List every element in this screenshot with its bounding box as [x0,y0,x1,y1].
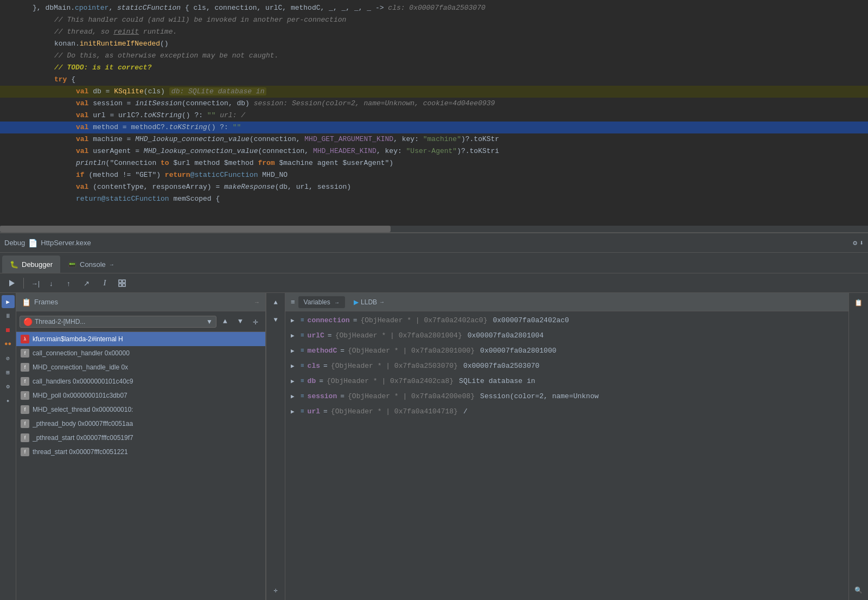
settings-button[interactable]: ⚙ ⬇ [853,239,864,247]
var-name-urlC: urlC [308,331,324,340]
svg-text:↗: ↗ [84,279,90,288]
var-item-session[interactable]: ▶ ≡ session = {ObjHeader * | 0x7fa0a4200… [285,388,848,404]
frame-item-3[interactable]: f call_handlers 0x0000000101c40c9 [16,374,265,388]
var-item-url[interactable]: ▶ ≡ url = {ObjHeader * | 0x7fa0a4104718}… [285,404,848,419]
var-expand-arrow-session[interactable]: ▶ [291,393,297,400]
sidebar-stop-icon[interactable]: ⏹ [2,323,15,336]
resume-button[interactable] [4,276,20,291]
thread-dropdown[interactable]: 🔴 Thread-2-[MHD... ▼ [20,316,216,328]
var-expand-arrow-connection[interactable]: ▶ [291,317,297,324]
var-eq-session: = [340,392,344,400]
frame-item-6[interactable]: f _pthread_body 0x00007fffc0051aa [16,417,265,431]
middle-scroll-down[interactable]: ▼ [268,312,283,328]
horizontal-scrollbar[interactable] [0,226,868,232]
debug-filename: HttpServer.kexe [41,239,91,247]
var-item-db[interactable]: ▶ ≡ db = {ObjHeader * | 0x7fa0a2402ca8} … [285,373,848,388]
evaluate-button[interactable]: I [97,276,112,291]
copy-button[interactable]: 📋 [851,295,866,310]
thread-add-button[interactable]: ✛ [249,315,262,328]
scrollbar-thumb[interactable] [0,226,391,232]
code-line-12: val machine = MHD_lookup_connection_valu… [0,133,868,145]
var-item-connection[interactable]: ▶ ≡ connection = {ObjHeader * | 0x7fa0a2… [285,312,848,328]
inspect-button[interactable]: 🔍 [851,583,866,598]
step-into-button[interactable]: ↓ [45,276,60,291]
svg-text:→|: →| [31,280,40,288]
code-scroll-container[interactable]: }, dbMain.cpointer, staticCFunction { cl… [0,0,868,207]
var-item-methodC[interactable]: ▶ ≡ methodC = {ObjHeader * | 0x7fa0a2801… [285,343,848,358]
frame-item-4[interactable]: f MHD_poll 0x0000000101c3db07 [16,388,265,403]
gear-icon: ⚙ [853,239,857,247]
sidebar-watch-icon[interactable]: ⊘ [2,352,15,365]
var-eq-cls: = [323,362,328,370]
console-icon: 📟 [68,260,76,269]
tab-debugger[interactable]: 🐛 Debugger [2,256,60,273]
frames-view-button[interactable] [114,276,130,291]
frame-item-2[interactable]: f MHD_connection_handle_idle 0x [16,360,265,374]
file-icon: 📄 [28,239,37,247]
var-expand-arrow-url[interactable]: ▶ [291,408,297,415]
lldb-tab[interactable]: ▶ LLDB → [348,296,390,308]
sidebar-bookmark-icon[interactable]: ✦ [2,394,15,407]
var-expand-arrow-cls[interactable]: ▶ [291,362,297,369]
sidebar-resume-icon[interactable]: ▶ [2,295,15,308]
step-over-button[interactable]: →| [28,276,43,291]
thread-down-button[interactable]: ▼ [234,315,247,328]
code-line-3: // thread, so reinit runtime. [0,26,868,38]
var-expand-arrow-urlC[interactable]: ▶ [291,332,297,339]
lldb-tab-pin: → [379,299,385,305]
frame-icon-7: f [21,433,29,442]
var-name-cls: cls [308,362,320,370]
svg-rect-5 [119,280,122,283]
tab-console[interactable]: 📟 Console → [60,256,122,273]
frame-list[interactable]: λ kfun:main$lambda-2#internal H f call_c… [16,332,265,600]
thread-up-button[interactable]: ▲ [219,315,232,328]
variable-list[interactable]: ▶ ≡ connection = {ObjHeader * | 0x7fa0a2… [285,311,848,600]
code-content-1: }, dbMain.cpointer, staticCFunction { cl… [33,2,486,14]
var-item-urlC[interactable]: ▶ ≡ urlC = {ObjHeader * | 0x7fa0a2801004… [285,328,848,343]
run-to-cursor-button[interactable]: ↗ [80,276,95,291]
svg-marker-0 [9,280,15,286]
middle-scroll-up[interactable]: ▲ [268,295,283,310]
middle-action-strip: ▲ ▼ ✛ [266,293,285,600]
frame-icon-6: f [21,419,29,428]
code-line-15: if (method != "GET") return@staticCFunct… [0,169,868,181]
frame-item-1[interactable]: f call_connection_handler 0x00000 [16,346,265,360]
frame-item-5[interactable]: f MHD_select_thread 0x000000010: [16,403,265,417]
var-val-cls: 0x00007fa0a2503070 [463,362,539,370]
frame-icon-2: f [21,363,29,372]
var-expand-arrow-db[interactable]: ▶ [291,378,297,385]
frames-panel-pin[interactable]: → [254,299,260,305]
sidebar-breakpoints-icon[interactable]: ●● [2,337,15,350]
sidebar-pause-icon[interactable]: ⏸ [2,309,15,322]
frame-label-3: call_handlers 0x0000000101c40c9 [33,378,133,385]
step-out-icon: ↑ [66,279,74,288]
frame-item-7[interactable]: f _pthread_start 0x00007fffc00519f7 [16,431,265,445]
thread-icon: 🔴 [23,317,33,326]
variables-tab-label: Variables [304,298,330,306]
variables-tab-pin: → [334,299,340,305]
var-name-db: db [308,377,316,385]
var-eq-url: = [323,407,328,416]
code-line-6: // TODO: is it correct? [0,62,868,74]
middle-action-btn[interactable]: ✛ [268,583,283,598]
frames-panel-title: Frames [34,298,58,306]
variables-tab[interactable]: Variables → [298,296,345,308]
code-line-16: val (contentType, responseArray) = makeR… [0,181,868,193]
tab-debugger-label: Debugger [22,260,53,269]
sidebar-settings-icon[interactable]: ⚙ [2,380,15,393]
frame-item-0[interactable]: λ kfun:main$lambda-2#internal H [16,332,265,346]
frame-label-4: MHD_poll 0x0000000101c3db07 [33,392,127,399]
step-into-icon: ↓ [48,279,57,288]
debug-toolbar: Debug 📄 HttpServer.kexe ⚙ ⬇ [0,233,868,253]
step-out-button[interactable]: ↑ [62,276,78,291]
code-line-10: val url = urlC?.toKString() ?: "" url: / [0,110,868,122]
frame-icon-0: λ [21,335,29,343]
var-expand-arrow-methodC[interactable]: ▶ [291,347,297,354]
frame-item-8[interactable]: f thread_start 0x00007fffc0051221 [16,445,265,459]
var-eq-db: = [319,377,323,385]
frame-label-2: MHD_connection_handle_idle 0x [33,363,128,371]
action-toolbar: →| ↓ ↑ ↗ I [0,273,868,293]
sidebar-grid-icon[interactable]: ⊞ [2,366,15,379]
code-line-2: // This handler could (and will) be invo… [0,14,868,26]
var-item-cls[interactable]: ▶ ≡ cls = {ObjHeader * | 0x7fa0a2503070}… [285,358,848,373]
